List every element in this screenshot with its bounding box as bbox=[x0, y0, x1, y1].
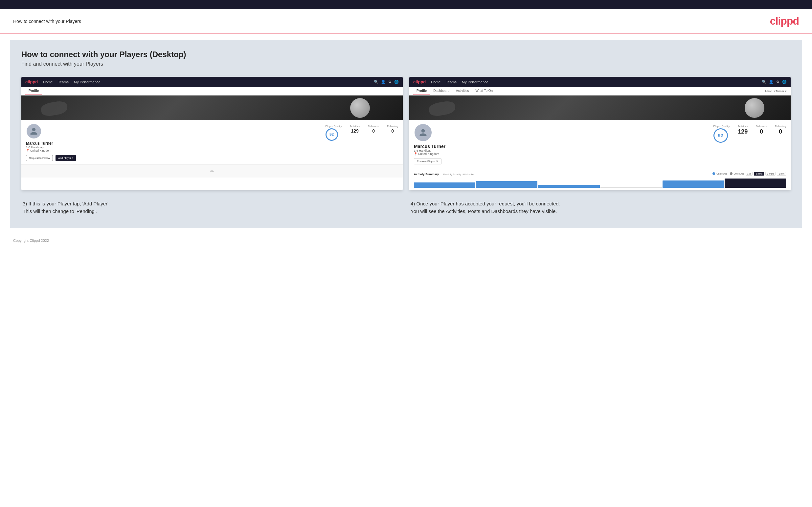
time-btn-6mths[interactable]: 6 mths bbox=[754, 172, 764, 176]
activity-title-group: Activity Summary Monthly Activity · 6 Mo… bbox=[414, 171, 474, 177]
mock-profile-right: Marcus Turner 1-5 Handicap 📍 United King… bbox=[409, 120, 791, 168]
caption-left-text: 3) If this is your Player tap, 'Add Play… bbox=[23, 200, 401, 215]
activity-header-right: Activity Summary Monthly Activity · 6 Mo… bbox=[414, 171, 786, 177]
stat-followers-right: Followers 0 bbox=[756, 125, 767, 135]
action-buttons-left: Request to Follow Add Player + bbox=[26, 155, 76, 161]
tab-profile-left[interactable]: Profile bbox=[25, 87, 42, 95]
banner-right bbox=[409, 96, 791, 120]
remove-player-wrapper: Remove Player ✕ bbox=[414, 158, 445, 164]
mock-tabs-left: Profile bbox=[21, 87, 403, 96]
mock-logo-left: clippd bbox=[25, 79, 38, 84]
handicap-right: 1-5 Handicap bbox=[414, 149, 445, 152]
globe-icon-right[interactable]: 🌐 bbox=[782, 80, 787, 84]
top-bar bbox=[0, 0, 812, 9]
player-name-left: Marcus Turner bbox=[26, 141, 76, 146]
logo: clippd bbox=[770, 15, 799, 27]
settings-icon-left[interactable]: ⚙ bbox=[388, 80, 392, 84]
header: How to connect with your Players clippd bbox=[0, 9, 812, 34]
add-player-button[interactable]: Add Player + bbox=[55, 155, 76, 161]
stat-followers-left: Followers 0 bbox=[368, 125, 379, 133]
nav-performance-left[interactable]: My Performance bbox=[74, 80, 101, 84]
screenshots-row: clippd Home Teams My Performance 🔍 👤 ⚙ 🌐… bbox=[21, 77, 791, 190]
globe-icon-left[interactable]: 🌐 bbox=[394, 80, 399, 84]
stat-following-right: Following 0 bbox=[775, 125, 786, 135]
caption-left: 3) If this is your Player tap, 'Add Play… bbox=[21, 200, 403, 215]
nav-performance-right[interactable]: My Performance bbox=[462, 80, 489, 84]
banner-circle-left bbox=[350, 98, 370, 118]
player-selector-right[interactable]: Marcus Turner ▾ bbox=[765, 90, 787, 93]
avatar-left bbox=[26, 123, 42, 139]
captions-row: 3) If this is your Player tap, 'Add Play… bbox=[21, 200, 791, 215]
stat-activities-left: Activities 129 bbox=[350, 125, 360, 133]
activity-controls-right: On course Off course 1 yr 6 mths 3 mths … bbox=[712, 172, 786, 176]
banner-blob-left bbox=[40, 100, 68, 117]
quality-circle-right: 92 bbox=[713, 128, 728, 143]
tab-activities-right[interactable]: Activities bbox=[453, 87, 472, 95]
mock-stats-left: Player Quality 92 Activities 129 Followe… bbox=[325, 125, 398, 141]
screenshot-left: clippd Home Teams My Performance 🔍 👤 ⚙ 🌐… bbox=[21, 77, 403, 190]
page-heading: How to connect with your Players (Deskto… bbox=[21, 50, 791, 59]
header-title: How to connect with your Players bbox=[13, 19, 81, 24]
location-icon-left: 📍 bbox=[26, 149, 30, 152]
on-course-dot bbox=[712, 172, 715, 175]
bar-3 bbox=[538, 185, 600, 188]
time-btn-3mths[interactable]: 3 mths bbox=[765, 172, 775, 176]
bar-2 bbox=[476, 181, 538, 188]
remove-player-button[interactable]: Remove Player ✕ bbox=[414, 158, 442, 164]
mock-tab-bar-right: Profile Dashboard Activities What To On … bbox=[409, 87, 791, 96]
avatar-right bbox=[414, 123, 432, 142]
caption-right-text: 4) Once your Player has accepted your re… bbox=[411, 200, 789, 215]
activity-summary-right: Activity Summary Monthly Activity · 6 Mo… bbox=[409, 168, 791, 190]
off-course-dot bbox=[730, 172, 732, 175]
edit-icon-left: ✏ bbox=[210, 169, 214, 174]
bar-6 bbox=[725, 178, 786, 188]
nav-teams-right[interactable]: Teams bbox=[446, 80, 457, 84]
tabs-left-right: Profile Dashboard Activities What To On bbox=[413, 87, 496, 95]
stat-following-left: Following 0 bbox=[387, 125, 398, 133]
tab-dashboard-right[interactable]: Dashboard bbox=[430, 87, 453, 95]
user-icon-right[interactable]: 👤 bbox=[769, 80, 773, 84]
nav-home-right[interactable]: Home bbox=[431, 80, 441, 84]
location-left: 📍 United Kingdom bbox=[26, 149, 76, 152]
nav-teams-left[interactable]: Teams bbox=[58, 80, 69, 84]
stat-quality-left: Player Quality 92 bbox=[325, 125, 342, 141]
copyright-text: Copyright Clippd 2022 bbox=[13, 238, 49, 242]
mock-logo-right: clippd bbox=[413, 79, 426, 84]
settings-icon-right[interactable]: ⚙ bbox=[776, 80, 779, 84]
banner-circle-right bbox=[745, 98, 764, 118]
banner-left bbox=[21, 96, 403, 120]
mock-stats-right: Player Quality 92 Activities 129 Followe… bbox=[713, 125, 786, 143]
player-name-right: Marcus Turner bbox=[414, 144, 445, 149]
search-icon-right[interactable]: 🔍 bbox=[762, 80, 766, 84]
time-btn-1yr[interactable]: 1 yr bbox=[746, 172, 753, 176]
nav-home-left[interactable]: Home bbox=[43, 80, 53, 84]
bar-5 bbox=[663, 180, 724, 188]
stat-quality-right: Player Quality 92 bbox=[713, 125, 730, 143]
screenshot-right: clippd Home Teams My Performance 🔍 👤 ⚙ 🌐… bbox=[409, 77, 791, 190]
tab-what-to-on-right[interactable]: What To On bbox=[472, 87, 496, 95]
footer: Copyright Clippd 2022 bbox=[0, 235, 812, 246]
handicap-left: 1-5 Handicap bbox=[26, 146, 76, 149]
main-content: How to connect with your Players (Deskto… bbox=[10, 40, 802, 228]
quality-circle-left: 92 bbox=[325, 128, 338, 141]
location-icon-right: 📍 bbox=[414, 152, 417, 156]
mock-nav-left: clippd Home Teams My Performance 🔍 👤 ⚙ 🌐 bbox=[21, 77, 403, 87]
banner-blob-right bbox=[428, 100, 456, 117]
nav-icons-right: 🔍 👤 ⚙ 🌐 bbox=[762, 80, 787, 84]
location-right: 📍 United Kingdom bbox=[414, 152, 445, 156]
activity-chart-right bbox=[414, 178, 786, 188]
close-icon-remove: ✕ bbox=[436, 160, 439, 163]
time-btn-1mth[interactable]: 1 mth bbox=[777, 172, 786, 176]
user-icon-left[interactable]: 👤 bbox=[381, 80, 386, 84]
nav-icons-left: 🔍 👤 ⚙ 🌐 bbox=[374, 80, 399, 84]
request-follow-button[interactable]: Request to Follow bbox=[26, 155, 53, 161]
tab-profile-right[interactable]: Profile bbox=[413, 87, 430, 95]
bottom-area-left: ✏ bbox=[21, 164, 403, 177]
caption-right: 4) Once your Player has accepted your re… bbox=[409, 200, 791, 215]
mock-nav-right: clippd Home Teams My Performance 🔍 👤 ⚙ 🌐 bbox=[409, 77, 791, 87]
mock-profile-left: Marcus Turner 1-5 Handicap 📍 United King… bbox=[21, 120, 403, 164]
stat-activities-right: Activities 129 bbox=[738, 125, 748, 135]
search-icon-left[interactable]: 🔍 bbox=[374, 80, 378, 84]
bar-4 bbox=[601, 187, 662, 188]
page-subheading: Find and connect with your Players bbox=[21, 61, 791, 67]
